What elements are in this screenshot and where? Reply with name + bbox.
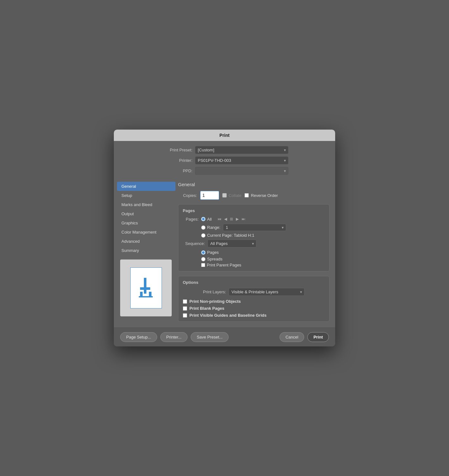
- sequence-row: Sequence: All Pages Even Pages Odd Pages: [183, 240, 325, 247]
- sidebar-item-general[interactable]: General: [117, 182, 175, 191]
- printer-button[interactable]: Printer...: [160, 332, 188, 342]
- save-preset-button[interactable]: Save Preset...: [191, 332, 229, 342]
- nav-buttons: ⏮ ◀ ⊞ ▶ ⏭: [217, 216, 246, 222]
- section-title: General: [178, 182, 329, 187]
- collate-checkbox[interactable]: [222, 193, 227, 198]
- sidebar-item-marks-bleed[interactable]: Marks and Bleed: [117, 200, 175, 209]
- bottom-left: Page Setup... Printer... Save Preset...: [120, 332, 229, 342]
- guides-row[interactable]: Print Visible Guides and Baseline Grids: [183, 313, 325, 318]
- print-preset-row: Print Preset: [Custom]: [123, 146, 326, 154]
- preview-icon: [138, 275, 155, 301]
- blank-pages-label: Print Blank Pages: [189, 306, 225, 311]
- sidebar-item-summary[interactable]: Summary: [117, 246, 175, 255]
- range-row: Range: 1: [183, 224, 325, 231]
- print-parent-block: Print Parent Pages: [201, 263, 325, 267]
- current-page-row: Current Page: Tabloid H:1: [183, 233, 325, 238]
- pages-spreads-block: Pages Spreads: [201, 250, 325, 261]
- print-parent-label[interactable]: Print Parent Pages: [201, 263, 325, 267]
- pages-title: Pages: [183, 208, 325, 213]
- printer-label: Printer:: [161, 158, 193, 163]
- ppd-select[interactable]: [195, 167, 288, 175]
- ppd-label: PPD:: [161, 168, 193, 173]
- non-printing-row[interactable]: Print Non-printing Objects: [183, 299, 325, 304]
- sidebar-item-color-management[interactable]: Color Management: [117, 228, 175, 237]
- layers-select[interactable]: Visible & Printable Layers Visible Layer…: [229, 288, 304, 296]
- collate-checkbox-label[interactable]: Collate: [222, 193, 241, 198]
- svg-rect-0: [144, 278, 146, 294]
- dialog-title: Print: [219, 133, 230, 138]
- options-box: Options Print Layers: Visible & Printabl…: [178, 276, 329, 322]
- all-radio-label[interactable]: All: [201, 217, 212, 222]
- sidebar-item-output[interactable]: Output: [117, 209, 175, 218]
- printer-wrapper: PS01PV-THD-003: [195, 156, 288, 164]
- page-setup-button[interactable]: Page Setup...: [120, 332, 157, 342]
- current-page-radio[interactable]: [201, 233, 206, 238]
- next-page-button[interactable]: ▶: [235, 216, 240, 222]
- sidebar: General Setup Marks and Bleed Output Gra…: [117, 180, 175, 324]
- reverse-order-checkbox[interactable]: [244, 193, 249, 198]
- pages-radio-label[interactable]: Pages: [201, 250, 325, 255]
- ppd-row: PPD:: [123, 167, 326, 175]
- svg-rect-3: [149, 292, 151, 297]
- top-section: Print Preset: [Custom] Printer: PS01PV-T…: [114, 141, 335, 180]
- range-radio[interactable]: [201, 225, 206, 230]
- spreads-radio-label[interactable]: Spreads: [201, 257, 325, 261]
- print-parent-checkbox[interactable]: [201, 263, 205, 267]
- copies-label: Copies:: [178, 193, 197, 198]
- sidebar-item-setup[interactable]: Setup: [117, 191, 175, 200]
- all-radio[interactable]: [201, 217, 206, 221]
- svg-rect-1: [140, 287, 150, 290]
- guides-checkbox[interactable]: [183, 313, 187, 318]
- preview-box: [120, 259, 172, 316]
- range-select[interactable]: 1: [223, 224, 286, 231]
- ppd-wrapper: [195, 167, 288, 175]
- main-content: General Setup Marks and Bleed Output Gra…: [114, 180, 335, 327]
- sequence-select-wrapper: All Pages Even Pages Odd Pages: [207, 240, 256, 247]
- preview-inner: [130, 267, 162, 308]
- print-layers-label: Print Layers:: [203, 290, 226, 294]
- all-pages-button[interactable]: ⊞: [229, 216, 234, 222]
- printer-select[interactable]: PS01PV-THD-003: [195, 156, 288, 164]
- range-radio-label[interactable]: Range:: [201, 225, 220, 230]
- print-layers-row: Print Layers: Visible & Printable Layers…: [183, 288, 325, 296]
- sidebar-nav: General Setup Marks and Bleed Output Gra…: [117, 180, 175, 256]
- pages-label: Pages:: [183, 217, 199, 222]
- reverse-order-label[interactable]: Reverse Order: [244, 193, 278, 198]
- cancel-button[interactable]: Cancel: [280, 332, 304, 342]
- bottom-right: Cancel Print: [280, 332, 329, 342]
- sidebar-item-graphics[interactable]: Graphics: [117, 218, 175, 228]
- print-dialog: Print Print Preset: [Custom] Printer: PS…: [114, 130, 335, 346]
- printer-row: Printer: PS01PV-THD-003: [123, 156, 326, 164]
- copies-input[interactable]: [200, 191, 219, 200]
- pages-all-row: Pages: All ⏮ ◀ ⊞ ▶ ⏭: [183, 216, 325, 222]
- layers-select-wrapper: Visible & Printable Layers Visible Layer…: [229, 288, 304, 296]
- options-title: Options: [183, 280, 325, 285]
- pages-radio[interactable]: [201, 250, 206, 255]
- pages-box: Pages Pages: All ⏮ ◀ ⊞ ▶ ⏭: [178, 204, 329, 272]
- copies-row: Copies: Collate Reverse Order: [178, 191, 329, 200]
- svg-rect-2: [140, 292, 143, 297]
- bottom-bar: Page Setup... Printer... Save Preset... …: [114, 327, 335, 346]
- print-button[interactable]: Print: [307, 332, 329, 342]
- svg-rect-4: [139, 296, 153, 297]
- blank-pages-checkbox[interactable]: [183, 306, 187, 311]
- guides-label: Print Visible Guides and Baseline Grids: [189, 313, 267, 318]
- blank-pages-row[interactable]: Print Blank Pages: [183, 306, 325, 311]
- last-page-button[interactable]: ⏭: [241, 216, 246, 222]
- non-printing-label: Print Non-printing Objects: [189, 299, 241, 304]
- non-printing-checkbox[interactable]: [183, 299, 187, 304]
- right-panel: General Copies: Collate Reverse Order Pa…: [175, 180, 332, 324]
- sequence-select[interactable]: All Pages Even Pages Odd Pages: [207, 240, 256, 247]
- print-preset-label: Print Preset:: [161, 148, 193, 152]
- print-preset-wrapper: [Custom]: [195, 146, 288, 154]
- spreads-radio[interactable]: [201, 257, 206, 261]
- range-select-wrapper: 1: [223, 224, 286, 231]
- current-page-radio-label[interactable]: Current Page: Tabloid H:1: [201, 233, 254, 238]
- sidebar-item-advanced[interactable]: Advanced: [117, 237, 175, 246]
- sequence-label: Sequence:: [183, 241, 205, 246]
- prev-page-button[interactable]: ◀: [223, 216, 228, 222]
- title-bar: Print: [114, 130, 335, 141]
- print-preset-select[interactable]: [Custom]: [195, 146, 288, 154]
- first-page-button[interactable]: ⏮: [217, 216, 222, 222]
